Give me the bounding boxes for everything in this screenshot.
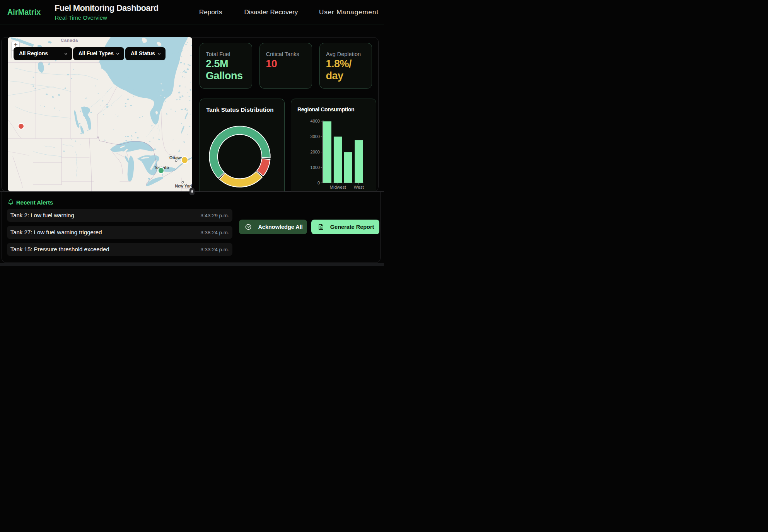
svg-text:3000: 3000 xyxy=(311,134,320,139)
svg-text:Midwest: Midwest xyxy=(330,185,346,189)
svg-text:West: West xyxy=(354,185,364,189)
svg-text:2000: 2000 xyxy=(311,150,320,154)
svg-text:1000: 1000 xyxy=(311,165,320,170)
svg-text:4000: 4000 xyxy=(311,119,320,123)
svg-text:0: 0 xyxy=(317,181,320,185)
